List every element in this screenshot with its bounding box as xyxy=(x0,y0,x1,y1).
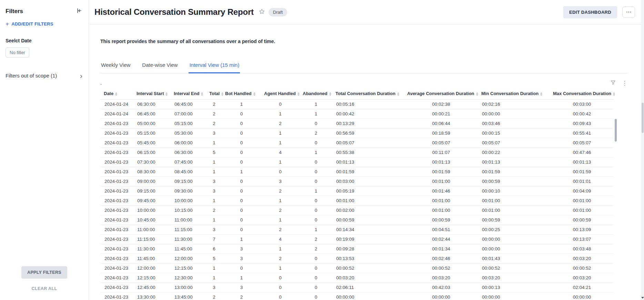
table-cell: 00:01:01 xyxy=(550,177,614,186)
table-cell: 0 xyxy=(299,215,332,225)
scroll-down-arrow-icon[interactable] xyxy=(641,297,644,299)
column-header[interactable]: Date xyxy=(100,88,133,100)
table-cell: 00:13:29 xyxy=(332,119,404,128)
table-cell: 1 xyxy=(261,157,299,167)
table-cell: 02:04:21 xyxy=(550,283,614,292)
sort-icon[interactable] xyxy=(397,92,399,96)
table-cell: 2024-01-23 xyxy=(100,273,133,283)
page-title: Historical Conversation Summary Report xyxy=(94,7,254,17)
table-cell: 00:01:00 xyxy=(478,196,550,206)
table-cell: 09:30:00 xyxy=(170,186,206,196)
table-cell: 0 xyxy=(222,109,261,119)
collapse-sidebar-button[interactable] xyxy=(76,7,83,15)
table-scrollbar-thumb[interactable] xyxy=(615,119,617,142)
table-cell: 2 xyxy=(261,119,299,128)
sort-icon[interactable] xyxy=(329,92,331,96)
table-cell: 06:30:00 xyxy=(133,100,170,109)
table-cell: 10:00:00 xyxy=(133,206,170,215)
table-row: 2024-01-2309:15:0009:30:00302100:05:1900… xyxy=(100,186,614,196)
table-cell: 3 xyxy=(206,128,222,138)
sort-icon[interactable] xyxy=(253,92,255,96)
more-options-button[interactable]: ⋯ xyxy=(622,7,635,18)
table-caption: . xyxy=(100,80,102,86)
column-label: Date xyxy=(104,91,113,96)
table-cell: 00:00:00 xyxy=(478,235,550,244)
table-cell: 1 xyxy=(206,215,222,225)
main-area: Historical Conversation Summary Report D… xyxy=(89,0,644,300)
table-cell: 0 xyxy=(299,177,332,186)
sort-icon[interactable] xyxy=(221,92,223,96)
page-scrollbar-thumb[interactable] xyxy=(642,103,644,133)
table-row: 2024-01-2311:15:0011:30:00714200:19:0900… xyxy=(100,235,614,244)
table-cell: 3 xyxy=(206,177,222,186)
table-cell: 2 xyxy=(206,109,222,119)
column-header[interactable]: Min Conversation Duration xyxy=(478,88,550,100)
table-cell: 00:47:46 xyxy=(550,148,614,157)
table-cell: 00:00:13 xyxy=(478,283,550,292)
filters-title: Filters xyxy=(6,8,23,15)
column-header[interactable]: Abandoned xyxy=(299,88,332,100)
table-cell: 00:05:16 xyxy=(332,100,404,109)
table-cell: 00:05:07 xyxy=(332,138,404,148)
column-header[interactable]: Agent Handled xyxy=(261,88,299,100)
report-content: This report provides the summary of all … xyxy=(89,24,644,300)
apply-filters-button[interactable]: APPLY FILTERS xyxy=(21,266,67,279)
column-label: Average Conversation Duration xyxy=(407,91,474,96)
column-header[interactable]: Interval End xyxy=(170,88,206,100)
table-cell: 11:30:00 xyxy=(170,235,206,244)
table-cell: 12:00:00 xyxy=(133,263,170,273)
table-cell: 1 xyxy=(261,138,299,148)
column-header[interactable]: Bot Handled xyxy=(222,88,261,100)
table-cell: 00:06:44 xyxy=(404,119,478,128)
table-cell: 11:30:00 xyxy=(133,244,170,254)
page-scrollbar[interactable] xyxy=(641,0,644,300)
edit-dashboard-button[interactable]: EDIT DASHBOARD xyxy=(563,6,617,18)
table-cell: 1 xyxy=(206,196,222,206)
table-cell: 00:03:00 xyxy=(332,177,404,186)
table-cell: 2 xyxy=(261,225,299,235)
tab-weekly-view[interactable]: Weekly View xyxy=(100,60,131,73)
sort-icon[interactable] xyxy=(115,92,117,96)
table-cell: 00:03:00 xyxy=(550,100,614,109)
table-cell: 7 xyxy=(206,235,222,244)
date-filter-chip[interactable]: No filter xyxy=(6,48,29,58)
table-cell: 10:00:00 xyxy=(170,196,206,206)
column-header[interactable]: Max Conversation Duration xyxy=(550,88,614,100)
view-tabs: Weekly View Date-wise View Interval View… xyxy=(100,60,627,73)
table-menu-button[interactable]: ⋮ xyxy=(622,80,627,86)
column-header[interactable]: Interval Start xyxy=(133,88,170,100)
favorite-star-button[interactable] xyxy=(259,8,265,16)
sort-icon[interactable] xyxy=(476,92,478,96)
table-row: 2024-01-2406:30:0006:45:00210100:05:1600… xyxy=(100,100,614,109)
sort-icon[interactable] xyxy=(201,92,203,96)
column-header[interactable]: Total xyxy=(206,88,222,100)
table-cell: 0 xyxy=(299,196,332,206)
table-cell: 2 xyxy=(261,254,299,263)
table-cell: 00:11:07 xyxy=(404,148,478,157)
sort-icon[interactable] xyxy=(613,92,615,96)
table-cell: 00:00:25 xyxy=(478,225,550,235)
table-cell: 08:45:00 xyxy=(170,167,206,177)
column-header[interactable]: Total Conversation Duration xyxy=(332,88,404,100)
column-header[interactable]: Average Conversation Duration xyxy=(404,88,478,100)
table-cell: 2024-01-23 xyxy=(100,157,133,167)
table-row: 2024-01-2306:15:0006:30:00504100:55:3800… xyxy=(100,148,614,157)
tab-interval-view[interactable]: Interval View (15 min) xyxy=(189,60,240,73)
sort-icon[interactable] xyxy=(298,92,300,96)
clear-all-button[interactable]: CLEAR ALL xyxy=(32,286,57,291)
table-filter-button[interactable] xyxy=(610,80,616,86)
table-cell: 00:00:00 xyxy=(332,292,404,300)
table-cell: 11:00:00 xyxy=(133,225,170,235)
filters-out-of-scope-row[interactable]: Filters out of scope (1) › xyxy=(6,73,83,79)
table-cell: 2024-01-23 xyxy=(100,138,133,148)
table-cell: 6 xyxy=(206,244,222,254)
table-cell: 00:00:15 xyxy=(478,128,550,138)
tab-date-wise-view[interactable]: Date-wise View xyxy=(141,60,178,73)
add-edit-filters-button[interactable]: + ADD/EDIT FILTERS xyxy=(6,21,53,27)
table-cell: 0 xyxy=(299,283,332,292)
sort-icon[interactable] xyxy=(540,92,542,96)
table-cell: 5 xyxy=(206,254,222,263)
table-cell: 00:00:59 xyxy=(478,215,550,225)
sort-icon[interactable] xyxy=(165,92,168,96)
table-cell: 00:00:10 xyxy=(478,186,550,196)
